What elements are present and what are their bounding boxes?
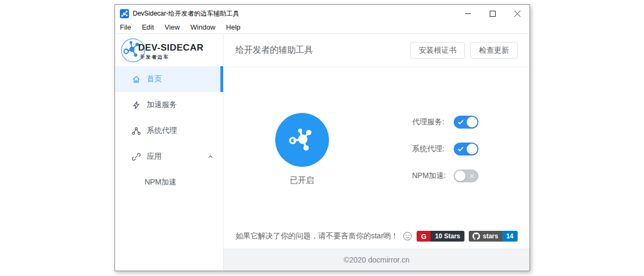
system-proxy-toggle[interactable]: [454, 143, 478, 155]
sidebar-item-label: 系统代理: [147, 126, 177, 136]
sidebar: DEV-SIDECAR 开发者边车 首页 加速服务: [115, 34, 224, 271]
close-icon: [514, 11, 520, 17]
page-title: 给开发者的辅助工具: [235, 45, 313, 56]
sidebar-item-label: 加速服务: [147, 100, 177, 110]
toggle-knob: [467, 144, 477, 154]
menu-file[interactable]: File: [120, 23, 137, 32]
sidebar-item-acceleration[interactable]: 加速服务: [115, 92, 223, 118]
install-root-cert-button[interactable]: 安装根证书: [410, 42, 465, 59]
main-panel: 给开发者的辅助工具 安装根证书 检查更新: [224, 34, 529, 271]
menu-edit[interactable]: Edit: [137, 23, 159, 32]
molecule-icon: [285, 123, 319, 157]
github-stars-label: stars: [483, 232, 498, 240]
share-nodes-icon: [132, 126, 141, 136]
maximize-icon: [490, 11, 496, 17]
proxy-service-toggle[interactable]: [454, 116, 478, 129]
logo-subtitle: 开发者边车: [140, 54, 204, 61]
sidebar-item-npm[interactable]: NPM加速: [115, 169, 223, 195]
page-footer: ©2020 docmirror.cn: [224, 249, 529, 271]
app-body: DEV-SIDECAR 开发者边车 首页 加速服务: [115, 34, 529, 271]
check-icon: [457, 143, 464, 155]
menu-view[interactable]: View: [159, 23, 185, 32]
status-label: 已开启: [290, 175, 314, 186]
check-update-button[interactable]: 检查更新: [470, 42, 518, 59]
content: 已开启 代理服务: 系统代理:: [224, 67, 529, 231]
window-title: DevSidecar-给开发者的边车辅助工具: [133, 9, 239, 18]
sidebar-nav: 首页 加速服务 系统代理: [115, 66, 223, 195]
copyright: ©2020 docmirror.cn: [344, 256, 409, 264]
cross-icon: ✕: [469, 169, 475, 182]
app-window: DevSidecar-给开发者的边车辅助工具 File Edit View Wi…: [115, 4, 530, 271]
toggle-label: 系统代理:: [412, 144, 449, 154]
sidebar-item-label: 应用: [147, 152, 162, 161]
menu-help[interactable]: Help: [221, 23, 246, 32]
logo: DEV-SIDECAR 开发者边车: [115, 34, 223, 66]
star-row: 如果它解决了你的问题，请不要吝啬你的star哟！ G 10 Stars: [224, 231, 529, 249]
smiley-icon: [403, 231, 412, 241]
gitee-stars-badge[interactable]: G 10 Stars: [417, 231, 464, 242]
sidebar-item-label: 首页: [147, 74, 162, 84]
npm-acceleration-row: NPM加速: ✕: [412, 169, 478, 182]
menubar: File Edit View Window Help: [115, 22, 529, 34]
close-button[interactable]: [505, 5, 529, 22]
toggle-knob: [455, 171, 466, 181]
power-toggle-button[interactable]: [275, 113, 329, 167]
toggle-knob: [467, 117, 477, 128]
menu-window[interactable]: Window: [185, 23, 220, 32]
page-header: 给开发者的辅助工具 安装根证书 检查更新: [224, 34, 529, 67]
lightning-icon: [132, 101, 141, 110]
sidebar-item-system-proxy[interactable]: 系统代理: [115, 118, 223, 144]
minimize-button[interactable]: [455, 5, 480, 22]
check-icon: [457, 116, 464, 129]
sidebar-item-label: NPM加速: [145, 178, 176, 187]
proxy-service-row: 代理服务:: [412, 116, 478, 129]
toggle-label: 代理服务:: [412, 117, 449, 127]
header-buttons: 安装根证书 检查更新: [410, 42, 518, 59]
sidebar-item-home[interactable]: 首页: [115, 66, 223, 92]
github-stars-count: 14: [502, 231, 518, 242]
link-icon: [132, 152, 141, 161]
gitee-icon: G: [417, 231, 431, 242]
toggle-list: 代理服务: 系统代理:: [412, 116, 478, 182]
maximize-button[interactable]: [480, 5, 505, 22]
chevron-up-icon: [207, 154, 213, 160]
titlebar: DevSidecar-给开发者的边车辅助工具: [115, 5, 529, 22]
app-icon: [120, 9, 129, 18]
minimize-icon: [465, 11, 471, 17]
github-icon: [473, 232, 480, 240]
logo-text: DEV-SIDECAR 开发者边车: [138, 43, 204, 61]
logo-title: DEV-SIDECAR: [138, 43, 204, 53]
github-stars-badge[interactable]: stars 14: [469, 231, 518, 242]
sidebar-item-apps[interactable]: 应用: [115, 144, 223, 169]
system-proxy-row: 系统代理:: [412, 143, 478, 155]
star-message: 如果它解决了你的问题，请不要吝啬你的star哟！: [235, 231, 398, 241]
npm-acceleration-toggle[interactable]: ✕: [454, 169, 478, 182]
toggle-label: NPM加速:: [412, 171, 449, 181]
status-group: 已开启: [275, 113, 329, 186]
window-controls: [455, 5, 529, 22]
gitee-stars-count: 10 Stars: [431, 231, 464, 242]
home-icon: [132, 75, 141, 84]
